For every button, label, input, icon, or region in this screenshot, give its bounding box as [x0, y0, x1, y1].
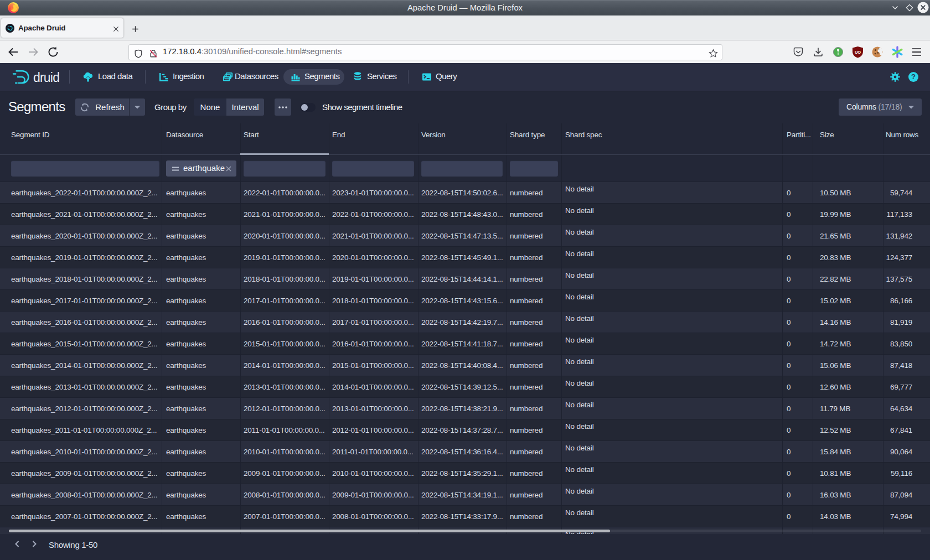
svg-text:UO: UO	[855, 50, 861, 55]
svg-text:?: ?	[911, 72, 916, 81]
